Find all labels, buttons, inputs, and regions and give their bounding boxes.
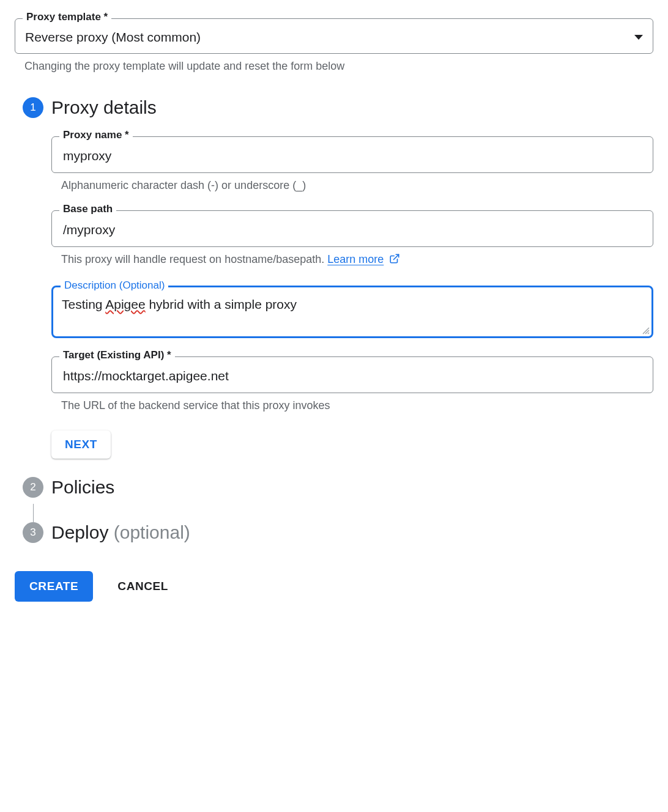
step-3-optional: (optional): [114, 522, 190, 542]
chevron-down-icon: [634, 35, 643, 40]
proxy-template-select[interactable]: Proxy template * Reverse proxy (Most com…: [15, 18, 653, 54]
description-label: Description (Optional): [61, 280, 168, 290]
step-3-badge: 3: [23, 522, 43, 543]
proxy-name-helper: Alphanumeric character dash (-) or under…: [61, 179, 653, 192]
spellcheck-squiggle: Apigee: [105, 297, 145, 311]
step-2-title: Policies: [51, 477, 653, 498]
target-input[interactable]: [62, 368, 643, 384]
resize-handle-icon[interactable]: [642, 327, 650, 334]
step-deploy: 3 Deploy (optional): [15, 522, 653, 549]
target-helper: The URL of the backend service that this…: [61, 399, 653, 412]
proxy-template-value: Reverse proxy (Most common): [25, 30, 634, 45]
footer-button-row: CREATE CANCEL: [15, 571, 653, 602]
description-textarea[interactable]: Testing Apigee hybrid with a simple prox…: [62, 297, 643, 329]
description-field[interactable]: Description (Optional) Testing Apigee hy…: [51, 286, 653, 338]
cancel-button[interactable]: CANCEL: [115, 571, 171, 602]
step-2-badge: 2: [23, 477, 43, 498]
base-path-helper-text: This proxy will handle request on hostna…: [61, 253, 327, 265]
external-link-icon: [389, 253, 400, 267]
step-policies: 2 Policies: [15, 477, 653, 504]
proxy-name-field[interactable]: Proxy name *: [51, 136, 653, 173]
connector-2-3: [15, 504, 653, 522]
proxy-name-label: Proxy name *: [59, 130, 133, 140]
proxy-name-input[interactable]: [62, 148, 643, 164]
proxy-template-label: Proxy template *: [23, 12, 111, 22]
step-1-badge: 1: [23, 97, 43, 118]
base-path-helper: This proxy will handle request on hostna…: [61, 253, 653, 267]
step-proxy-details: 1 Proxy details Proxy name * Alphanumeri…: [15, 97, 653, 477]
target-label: Target (Existing API) *: [59, 350, 175, 360]
next-button[interactable]: NEXT: [51, 430, 111, 459]
page-root: Proxy template * Reverse proxy (Most com…: [0, 0, 668, 626]
base-path-label: Base path: [59, 204, 116, 214]
svg-line-0: [394, 254, 399, 259]
step-1-title: Proxy details: [51, 97, 653, 118]
proxy-template-helper: Changing the proxy template will update …: [24, 60, 653, 73]
create-button[interactable]: CREATE: [15, 571, 93, 602]
learn-more-link[interactable]: Learn more: [327, 253, 384, 265]
target-field[interactable]: Target (Existing API) *: [51, 356, 653, 393]
step-3-title: Deploy (optional): [51, 522, 653, 543]
base-path-field[interactable]: Base path: [51, 210, 653, 247]
base-path-input[interactable]: [62, 222, 643, 238]
